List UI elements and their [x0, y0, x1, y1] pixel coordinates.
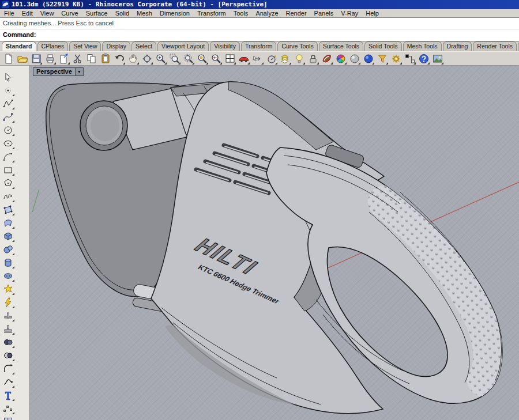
tab-display[interactable]: Display	[102, 41, 130, 51]
surface-icon[interactable]	[1, 216, 15, 229]
tab-transform[interactable]: Transform	[241, 41, 276, 51]
tab-standard[interactable]: Standard	[2, 41, 36, 51]
menu-vray[interactable]: V-Ray	[341, 10, 358, 17]
menu-view[interactable]: View	[40, 10, 54, 17]
menu-help[interactable]: Help	[366, 10, 379, 17]
trim-icon[interactable]	[1, 296, 15, 309]
paste-icon[interactable]	[99, 52, 112, 65]
boolean-union-icon[interactable]	[1, 335, 15, 349]
menu-solid[interactable]: Solid	[115, 10, 129, 17]
open-file-icon[interactable]	[16, 52, 29, 65]
edit-points-icon[interactable]	[1, 402, 15, 415]
menu-render[interactable]: Render	[286, 10, 307, 17]
select-color-icon[interactable]	[334, 52, 347, 65]
select-icon[interactable]	[1, 70, 15, 84]
text-icon[interactable]	[1, 388, 15, 402]
viewport-title[interactable]: Perspective ▼	[33, 67, 84, 76]
command-history-line: Creating meshes... Press Esc to cancel	[0, 18, 519, 29]
zoom-selected-icon[interactable]	[195, 52, 209, 65]
copy-icon[interactable]	[85, 52, 98, 65]
tab-set-view[interactable]: Set View	[69, 41, 101, 51]
lock-objects-icon[interactable]	[306, 52, 319, 65]
menu-edit[interactable]: Edit	[22, 10, 33, 17]
perspective-viewport[interactable]: Perspective ▼	[30, 66, 519, 420]
move-icon[interactable]	[251, 52, 264, 65]
rotate-icon[interactable]	[265, 52, 278, 65]
zoom-extents-icon[interactable]	[182, 52, 195, 65]
undo-view-change-icon[interactable]	[209, 52, 223, 65]
toolbar-tab-bar: Standard CPlanes Set View Display Select…	[0, 41, 519, 51]
command-input[interactable]	[38, 31, 516, 41]
tab-visibility[interactable]: Visibility	[210, 41, 240, 51]
helix-icon[interactable]	[1, 190, 15, 203]
point-icon[interactable]	[1, 84, 15, 97]
fillet-curve-icon[interactable]	[1, 362, 15, 375]
surface-from-points-icon[interactable]	[1, 203, 15, 216]
blend-curve-icon[interactable]	[1, 375, 15, 388]
tab-cplanes[interactable]: CPlanes	[37, 41, 69, 51]
object-properties-icon[interactable]	[320, 52, 333, 65]
join-icon[interactable]	[1, 309, 15, 322]
menu-surface[interactable]: Surface	[86, 10, 108, 17]
pan-view-icon[interactable]	[126, 52, 140, 65]
viewport-title-label[interactable]: Perspective	[33, 68, 75, 75]
menu-panels[interactable]: Panels	[314, 10, 334, 17]
ellipse-icon[interactable]	[1, 137, 15, 150]
undo-icon[interactable]	[112, 52, 126, 65]
environment-editor-icon[interactable]	[431, 52, 444, 65]
viewport-title-dropdown[interactable]: ▼	[75, 68, 83, 75]
circle-icon[interactable]	[1, 123, 15, 137]
control-point-curve-icon[interactable]	[1, 110, 15, 123]
edit-layers-icon[interactable]	[279, 52, 292, 65]
menu-mesh[interactable]: Mesh	[137, 10, 152, 17]
zoom-dynamic-icon[interactable]	[154, 52, 167, 65]
help-icon[interactable]	[417, 52, 430, 65]
tab-solid-tools[interactable]: Solid Tools	[364, 41, 402, 51]
render-preview-icon[interactable]	[348, 52, 361, 65]
render-icon[interactable]	[362, 52, 375, 65]
tab-drafting[interactable]: Drafting	[443, 41, 472, 51]
export-file-icon[interactable]	[57, 52, 70, 65]
menu-curve[interactable]: Curve	[61, 10, 78, 17]
arc-icon[interactable]	[1, 150, 15, 163]
command-area: Creating meshes... Press Esc to cancel C…	[0, 17, 519, 41]
hide-objects-icon[interactable]	[292, 52, 306, 65]
box-icon[interactable]	[1, 229, 15, 243]
viewport-layout-icon[interactable]	[223, 52, 236, 65]
polyline-icon[interactable]	[1, 97, 15, 110]
zoom-window-icon[interactable]	[168, 52, 181, 65]
tab-select[interactable]: Select	[131, 41, 156, 51]
split-icon[interactable]	[1, 322, 15, 335]
cylinder-icon[interactable]	[1, 256, 15, 269]
menu-tools[interactable]: Tools	[234, 10, 249, 17]
options-icon[interactable]	[389, 52, 403, 65]
print-icon[interactable]	[43, 52, 57, 65]
standard-toolbar	[0, 51, 519, 66]
tube-icon[interactable]	[1, 269, 15, 282]
window-title: 101.3dm (522919 KB) - Rhinoceros Corpora…	[12, 1, 268, 9]
record-history-icon[interactable]	[403, 52, 416, 65]
sphere-icon[interactable]	[1, 243, 15, 256]
tab-curve-tools[interactable]: Curve Tools	[277, 41, 317, 51]
menu-dimension[interactable]: Dimension	[160, 10, 190, 17]
group-icon[interactable]	[1, 415, 15, 420]
polygon-icon[interactable]	[1, 176, 15, 190]
tab-viewport-layout[interactable]: Viewport Layout	[157, 41, 209, 51]
menu-transform[interactable]: Transform	[197, 10, 226, 17]
new-file-icon[interactable]	[2, 52, 15, 65]
vray-options-icon[interactable]	[375, 52, 389, 65]
shaded-viewport-icon[interactable]	[237, 52, 250, 65]
menu-analyze[interactable]: Analyze	[255, 10, 278, 17]
left-tool-sidebar	[0, 66, 30, 420]
rectangle-icon[interactable]	[1, 163, 15, 176]
save-icon[interactable]	[29, 52, 43, 65]
tab-render-tools[interactable]: Render Tools	[473, 41, 517, 51]
title-bar[interactable]: 101.3dm (522919 KB) - Rhinoceros Corpora…	[0, 0, 519, 9]
tab-mesh-tools[interactable]: Mesh Tools	[403, 41, 442, 51]
rotate-view-icon[interactable]	[140, 52, 153, 65]
tab-surface-tools[interactable]: Surface Tools	[319, 41, 363, 51]
cut-icon[interactable]	[71, 52, 84, 65]
explode-icon[interactable]	[1, 282, 15, 296]
menu-file[interactable]: File	[4, 10, 14, 17]
boolean-difference-icon[interactable]	[1, 349, 15, 362]
